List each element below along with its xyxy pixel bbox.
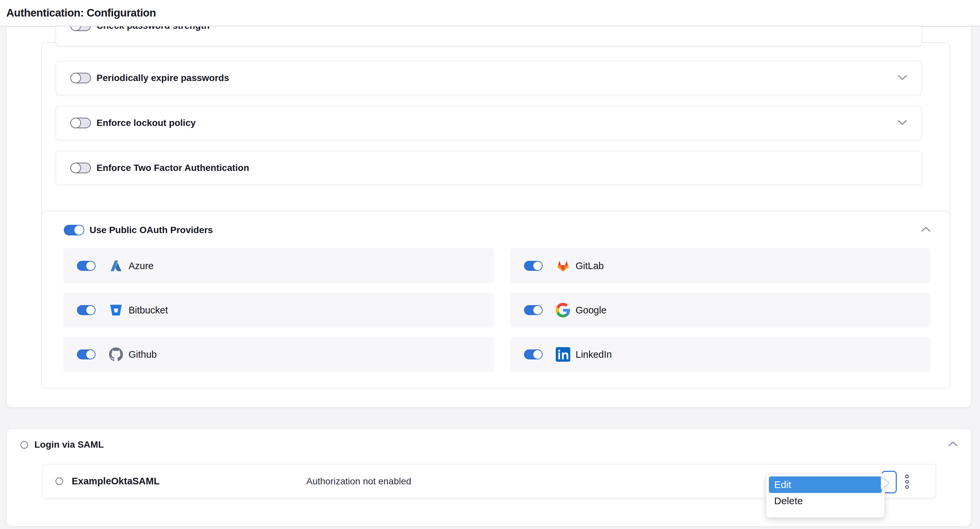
oauth-provider-grid: Azure GitLab [63,248,931,372]
radio-unselected[interactable] [21,441,28,449]
toggle-knob [86,261,95,271]
bitbucket-icon [109,303,123,317]
toggle-knob [533,349,542,359]
oauth-providers-section: Use Public OAuth Providers Azure [41,210,950,389]
page-title: Authentication: Configuration [6,6,156,19]
saml-section-label: Login via SAML [34,440,104,450]
linkedin-icon [556,347,570,362]
provider-row-google[interactable]: Google [510,293,931,328]
provider-row-gitlab[interactable]: GitLab [510,248,931,284]
github-icon [109,347,123,362]
toggle-off[interactable] [70,73,91,83]
chevron-down-icon[interactable] [897,74,907,82]
oauth-section-header: Use Public OAuth Providers [42,211,950,249]
toggle-on[interactable] [524,261,542,271]
context-menu: Edit Delete [766,473,885,518]
toggle-knob [533,261,542,271]
toggle-on[interactable] [77,349,95,359]
chevron-up-icon[interactable] [921,226,931,234]
toggle-knob [70,118,81,128]
toggle-row-label: Periodically expire passwords [97,73,229,83]
toggle-knob [86,305,95,315]
toggle-on[interactable] [64,225,84,236]
toggle-on[interactable] [524,305,542,315]
provider-row-github[interactable]: Github [63,337,494,372]
provider-row-bitbucket[interactable]: Bitbucket [63,293,494,328]
toggle-off[interactable] [70,118,91,128]
gitlab-icon [556,258,570,273]
context-menu-arrow [881,476,891,491]
provider-label: Github [129,349,157,360]
toggle-on[interactable] [77,261,95,271]
toggle-knob [70,73,81,83]
provider-label: Azure [129,261,154,271]
oauth-section-label: Use Public OAuth Providers [89,225,213,236]
radio-unselected[interactable] [56,477,63,485]
toggle-knob [533,305,542,315]
app-header: Authentication: Configuration [0,0,980,27]
auth-settings-card: Check password strength Periodically exp… [7,27,971,407]
menu-item-edit[interactable]: Edit [769,476,882,493]
saml-item-status: Authorization not enabled [306,476,411,487]
provider-row-azure[interactable]: Azure [63,248,494,284]
toggle-row-lockout-policy[interactable]: Enforce lockout policy [56,106,922,140]
toggle-row-expire-passwords[interactable]: Periodically expire passwords [56,61,922,95]
toggle-knob [74,225,84,236]
toggle-row-label: Enforce lockout policy [97,118,196,128]
toggle-off[interactable] [70,163,91,173]
saml-item-label: ExampleOktaSAML [72,476,159,487]
toggle-knob [86,349,95,359]
chevron-up-icon[interactable] [948,441,958,448]
toggle-on[interactable] [77,305,95,315]
kebab-menu-icon[interactable] [904,475,910,489]
menu-item-delete[interactable]: Delete [769,493,882,509]
chevron-down-icon[interactable] [897,120,907,127]
google-icon [556,303,570,317]
provider-label: GitLab [576,261,604,271]
provider-label: Google [576,305,607,316]
provider-row-linkedin[interactable]: LinkedIn [510,337,931,372]
toggle-knob [70,163,81,173]
saml-section-header: Login via SAML [7,429,971,460]
provider-label: LinkedIn [576,349,612,360]
toggle-row-two-factor[interactable]: Enforce Two Factor Authentication [56,151,922,185]
provider-label: Bitbucket [129,305,168,316]
toggle-on[interactable] [524,349,542,359]
toggle-row-label: Enforce Two Factor Authentication [97,163,249,173]
azure-icon [109,258,123,273]
